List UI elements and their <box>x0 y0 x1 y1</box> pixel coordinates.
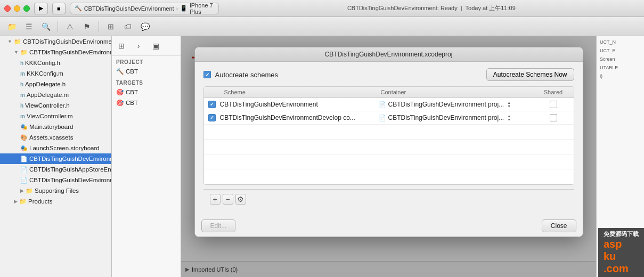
sidebar-item-project[interactable]: ▼ 📁 CBTDisTingGuishDevEnvironment <box>0 47 111 58</box>
panel-target-1[interactable]: 🎯 CBT <box>112 87 181 97</box>
play-button[interactable]: ▶ <box>34 3 48 14</box>
container-text-2: CBTDisTingGuishDevEnvironment proj... <box>388 114 504 121</box>
chevron-right-btn[interactable]: › <box>131 38 146 53</box>
shared-checkbox-1[interactable] <box>550 101 557 108</box>
assets-icon: 🎨 <box>20 134 28 141</box>
sidebar-item-label: CBTDisTingGuishDevEnvironment <box>23 38 112 45</box>
row-checkbox-2[interactable] <box>208 114 216 121</box>
empty-row <box>204 140 574 154</box>
shared-cell-2 <box>537 114 569 121</box>
autocreate-now-button[interactable]: Autocreate Schemes Now <box>486 68 574 81</box>
grid-icon-btn[interactable]: ⊞ <box>103 19 118 34</box>
sidebar-item-viewcontroller-m[interactable]: m ViewController.m <box>0 111 111 121</box>
sidebar-item-xcdatamodeld[interactable]: 📄 CBTDisTingGuishDevEnvironment.xcdatamo… <box>0 175 111 185</box>
arrow-icon: ▼ <box>14 50 19 55</box>
stepper-2[interactable]: ▲▼ <box>507 114 511 121</box>
sidebar-item-products[interactable]: ▶ 📁 Products <box>0 196 111 207</box>
m-file-icon: m <box>20 71 25 77</box>
schemes-table: Scheme Container Shared CBTDisTingGuishD… <box>203 86 574 185</box>
content-area: CBTDisTingGuishDevEnvironment.xcodeproj … <box>181 36 596 277</box>
status-text: CBTDisTingGuishDevEnvironment: Ready <box>347 5 458 11</box>
add-scheme-button[interactable]: + <box>210 194 221 205</box>
m-file-icon: m <box>20 113 25 119</box>
sidebar-item-label: AppDelegate.m <box>27 92 69 98</box>
table-row[interactable]: CBTDisTingGuishDevEnvironment 📄 CBTDisTi… <box>204 98 574 111</box>
sidebar-item-root[interactable]: ▼ 📁 CBTDisTingGuishDevEnvironment <box>0 36 111 47</box>
container-text-1: CBTDisTingGuishDevEnvironment proj... <box>388 101 504 108</box>
arrow-icon: ▶ <box>14 199 18 204</box>
project-section-label: PROJECT <box>112 56 181 66</box>
breadcrumb-sep: › <box>176 5 178 12</box>
h-file-icon: h <box>20 82 23 87</box>
tag-icon-btn[interactable]: 🏷 <box>120 19 135 34</box>
table-header: Scheme Container Shared <box>204 87 574 98</box>
autocreate-row: Autocreate schemes Autocreate Schemes No… <box>203 68 574 81</box>
sidebar-item-label: Products <box>28 198 52 205</box>
right-label-3: Screen <box>599 55 642 63</box>
toolbar-icons: 📁 ☰ 🔍 ⚠ ⚑ ⊞ 🏷 💬 <box>0 17 644 36</box>
sidebar-item-kkkconfig-m[interactable]: m KKKConfig.m <box>0 68 111 79</box>
sidebar-item-label: KKKConfig.h <box>25 60 60 66</box>
sidebar-item-appdelegate-m[interactable]: m AppDelegate.m <box>0 89 111 100</box>
autocreate-checkbox[interactable] <box>203 71 211 78</box>
sidebar-item-assets[interactable]: 🎨 Assets.xcassets <box>0 132 111 143</box>
doc-icon: 📄 <box>379 115 386 121</box>
folder-icon: 📁 <box>20 49 28 56</box>
sidebar-item-appdelegate-h[interactable]: h AppDelegate.h <box>0 79 111 89</box>
warning-icon-btn[interactable]: ⚠ <box>62 19 77 34</box>
folder-icon: 📁 <box>14 38 21 45</box>
toolbar-divider-1 <box>58 21 58 32</box>
right-label-5: i) <box>599 72 642 80</box>
folder-icon-btn[interactable]: 📁 <box>4 19 19 34</box>
shared-checkbox-2[interactable] <box>550 114 557 121</box>
flag-icon-btn[interactable]: ⚑ <box>79 19 94 34</box>
remove-scheme-button[interactable]: − <box>223 194 233 205</box>
sidebar-item-kkkconfig-h[interactable]: h KKKConfig.h <box>0 58 111 68</box>
sidebar-item-viewcontroller-h[interactable]: h ViewController.h <box>0 100 111 111</box>
sidebar: ▼ 📁 CBTDisTingGuishDevEnvironment ▼ 📁 CB… <box>0 36 112 277</box>
plist-icon: 📄 <box>20 156 28 162</box>
right-label-1: UCT_N <box>599 38 642 46</box>
modal-dialog: CBTDisTingGuishDevEnvironment.xcodeproj … <box>194 47 583 237</box>
panel-project-item[interactable]: 🔨 CBT <box>112 66 181 77</box>
col-scheme-header: Scheme <box>224 89 381 95</box>
grid-view-btn[interactable]: ⊞ <box>114 38 129 53</box>
comment-icon-btn[interactable]: 💬 <box>137 19 152 34</box>
sidebar-item-main-storyboard[interactable]: 🎭 Main.storyboard <box>0 121 111 132</box>
modal-title: CBTDisTingGuishDevEnvironment.xcodeproj <box>195 47 583 62</box>
folder-icon: 📁 <box>26 188 33 194</box>
right-label-2: UCT_E <box>599 47 642 54</box>
empty-row <box>204 169 574 184</box>
sidebar-item-appstore-plist[interactable]: 📄 CBTDisTingGuishAppStoreEnvironment.pli… <box>0 164 111 175</box>
sidebar-item-label: CBTDisTingGuishDevEnvironment.plist <box>29 156 112 162</box>
toolbar-divider-2 <box>99 21 99 32</box>
sidebar-item-supporting-files[interactable]: ▶ 📁 Supporting Files <box>0 185 111 196</box>
row-checkbox-1[interactable] <box>208 101 216 108</box>
modal-body: Autocreate schemes Autocreate Schemes No… <box>195 62 583 215</box>
scheme-name-1: CBTDisTingGuishDevEnvironment <box>220 101 379 108</box>
sidebar-item-plist[interactable]: 📄 CBTDisTingGuishDevEnvironment.plist <box>0 153 111 164</box>
settings-button[interactable]: ⚙ <box>235 194 246 205</box>
sidebar-item-launchscreen[interactable]: 🎭 LaunchScreen.storyboard <box>0 143 111 153</box>
close-button[interactable]: Close <box>542 219 576 232</box>
sidebar-toggle-btn[interactable]: ▣ <box>148 38 163 53</box>
minimize-button[interactable] <box>14 5 20 12</box>
empty-row <box>204 154 574 169</box>
table-row[interactable]: CBTDisTingGuishDevEnvironmentDevelop co.… <box>204 111 574 125</box>
edit-button[interactable]: Edit... <box>201 219 236 232</box>
watermark: 免费源码下载 aspku.com <box>598 228 644 277</box>
stepper-1[interactable]: ▲▼ <box>507 101 511 108</box>
search-icon-btn[interactable]: 🔍 <box>38 19 53 34</box>
target-icon: 🎯 <box>116 88 124 96</box>
modal-overlay: CBTDisTingGuishDevEnvironment.xcodeproj … <box>181 36 596 277</box>
sidebar-item-label: ViewController.m <box>27 113 73 119</box>
panel-item-label: CBT <box>126 100 138 106</box>
stop-button[interactable]: ■ <box>52 3 66 14</box>
close-button[interactable] <box>4 5 11 12</box>
list-icon-btn[interactable]: ☰ <box>21 19 36 34</box>
breadcrumb[interactable]: 🔨 CBTDisTingGuishDevEnvironment › 📱 iPho… <box>70 3 219 14</box>
zoom-button[interactable] <box>23 5 30 12</box>
m-file-icon: m <box>20 92 25 98</box>
sidebar-item-label: Main.storyboard <box>29 124 73 130</box>
panel-target-2[interactable]: 🎯 CBT <box>112 97 181 108</box>
